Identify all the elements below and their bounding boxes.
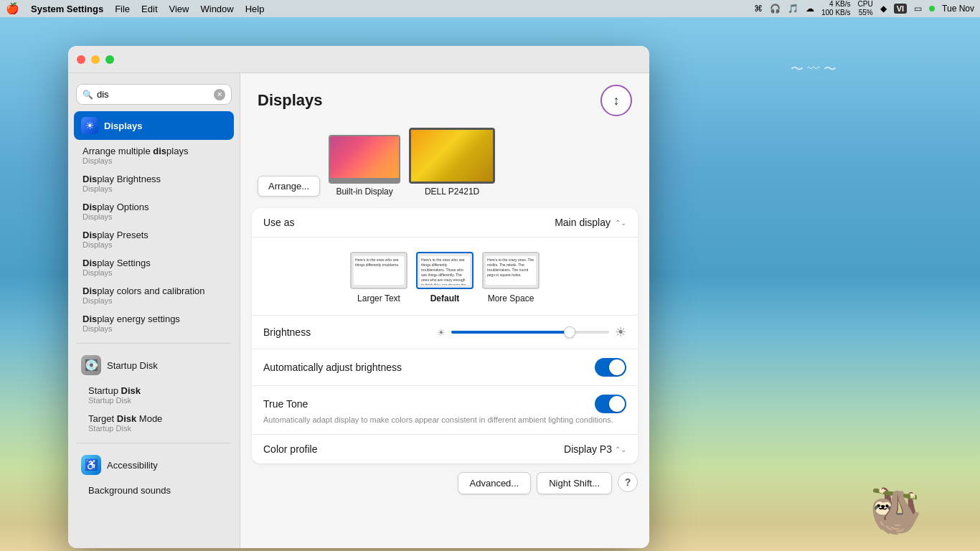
advanced-button[interactable]: Advanced... [458,472,532,494]
sidebar-item-displays[interactable]: ☀ Displays [74,111,234,140]
true-tone-row: True Tone Automatically adapt display to… [252,386,638,435]
sun-small-icon: ☀ [437,327,446,338]
datetime: Tue Nov [942,4,974,14]
displays-label: Displays [104,121,142,131]
birds-decoration: 〜 〰 〜 [791,60,837,77]
color-profile-value: Display P3 [564,443,612,455]
use-as-value[interactable]: Main display ⌃⌄ [555,217,626,228]
color-profile-select[interactable]: Display P3 ⌃⌄ [564,443,626,455]
startup-disk-icon: 💽 [81,355,101,375]
subitem-brightness-title: Display Brightness [83,174,228,184]
res-option-more-space[interactable]: Here's to the crazy ones. The misfits. T… [482,252,540,303]
sidebar-subitem-brightness[interactable]: Display Brightness Displays [68,169,240,197]
headphones-icon: 🎧 [770,4,781,14]
kb-icon: ⌘ [754,4,763,14]
startup-disk-label: Startup Disk [107,360,158,371]
subitem-colors-category: Displays [83,296,228,305]
brightness-row: Brightness ☀ ☀ [252,316,638,349]
window-content: 🔍 ✕ ☀ Displays Arrange multiple displays… [68,73,649,548]
main-header: Displays ↕ [240,73,649,122]
dropbox-icon: ◆ [880,4,887,14]
apple-menu[interactable]: 🍎 [6,2,19,15]
res-preview-text-default: Here's to the ones who see things differ… [421,258,468,286]
sidebar-subitem-colors[interactable]: Display colors and calibration Displays [68,281,240,309]
res-option-default[interactable]: Here's to the ones who see things differ… [416,252,473,303]
search-input[interactable] [77,85,231,104]
app-name[interactable]: System Settings [31,4,103,14]
sidebar-subitem-options[interactable]: Display Options Displays [68,197,240,225]
res-preview-text-more: Here's to the crazy ones. The misfits. T… [487,258,534,278]
sidebar-item-startup-disk[interactable]: 💽 Startup Disk [74,349,234,381]
res-option-larger-text[interactable]: Here's to the ones who see things differ… [350,252,407,303]
cpu-info: CPU 55% [858,0,873,17]
close-button[interactable] [77,55,85,64]
brightness-thumb[interactable] [564,326,575,338]
subitem-settings-title: Display Settings [83,258,228,268]
menu-window[interactable]: Window [200,4,233,14]
sidebar-item-accessibility[interactable]: ♿ Accessibility [74,449,234,481]
menu-file[interactable]: File [115,4,130,14]
color-profile-chevron-icon: ⌃⌄ [615,446,626,453]
sidebar-subitem-presets[interactable]: Display Presets Displays [68,225,240,253]
external-display-label: DELL P2421D [425,187,479,197]
displays-row: Arrange... Built-in Display DELL P2421D [240,122,649,208]
menu-extras-icon: ▭ [914,4,922,14]
sidebar-divider-2 [77,443,231,443]
system-settings-window: 🔍 ✕ ☀ Displays Arrange multiple displays… [68,46,649,548]
night-shift-button[interactable]: Night Shift... [537,472,612,494]
accessibility-label: Accessibility [107,460,158,471]
vi-badge: VI [894,4,907,14]
sidebar-subitem-target-disk[interactable]: Target Disk Mode Startup Disk [74,409,234,437]
res-label-larger-text: Larger Text [357,293,400,303]
true-tone-toggle[interactable] [595,395,626,413]
use-as-text: Main display [555,217,611,228]
sidebar-subitem-background-sounds[interactable]: Background sounds [74,481,234,500]
help-button[interactable]: ? [618,472,638,492]
subitem-arrange-title: Arrange multiple displays [83,146,228,156]
res-label-default: Default [430,293,460,303]
true-tone-header: True Tone [263,395,626,413]
sidebar-subitem-settings[interactable]: Display Settings Displays [68,253,240,281]
builtin-display-screen [329,135,400,184]
subitem-colors-title: Display colors and calibration [83,286,228,296]
main-content: Displays ↕ Arrange... Built-in Display [240,73,649,548]
subitem-background-sounds-title: Background sounds [88,485,222,496]
sloth-decoration: 🦥 [869,486,923,537]
sidebar-subitem-energy[interactable]: Display energy settings Displays [68,309,240,337]
page-title: Displays [258,91,323,110]
brightness-slider[interactable] [451,331,609,334]
auto-brightness-label: Automatically adjust brightness [263,362,402,373]
accessibility-icon: ♿ [81,455,101,475]
search-clear-button[interactable]: ✕ [214,89,225,100]
builtin-display-image [330,136,399,178]
search-icon: 🔍 [83,90,93,100]
res-preview-text-larger: Here's to the ones who see things differ… [355,258,402,268]
subitem-startup-disk-title: Startup Disk [88,385,222,396]
minimize-button[interactable] [91,55,100,64]
subitem-target-disk-category: Startup Disk [88,424,222,433]
builtin-display-label: Built-in Display [336,187,392,197]
menu-help[interactable]: Help [245,4,265,14]
subitem-target-disk-title: Target Disk Mode [88,413,222,424]
mirror-display-button[interactable]: ↕ [600,85,632,116]
sidebar-subitem-arrange[interactable]: Arrange multiple displays Displays [68,141,240,169]
display-thumb-external[interactable]: DELL P2421D [409,128,495,197]
desktop: 〜 〰 〜 🔍 ✕ ☀ Displays [0,17,980,551]
external-display-screen [409,128,495,184]
res-preview-inner-larger: Here's to the ones who see things differ… [354,256,404,286]
maximize-button[interactable] [105,55,114,64]
display-thumb-builtin[interactable]: Built-in Display [329,135,400,197]
auto-brightness-toggle[interactable] [595,358,626,377]
res-preview-inner-more: Here's to the crazy ones. The misfits. T… [486,256,536,286]
sidebar-section-accessibility: ♿ Accessibility Background sounds [74,449,234,500]
menubar-left: 🍎 System Settings File Edit View Window … [6,2,264,15]
subitem-startup-disk-category: Startup Disk [88,396,222,405]
subitem-energy-title: Display energy settings [83,314,228,324]
menu-edit[interactable]: Edit [141,4,157,14]
menubar-right: ⌘ 🎧 🎵 ☁ 4 KB/s 100 KB/s CPU 55% ◆ VI ▭ T… [754,0,974,17]
bottom-buttons: Advanced... Night Shift... ? [240,463,649,503]
sidebar-subitem-startup-disk[interactable]: Startup Disk Startup Disk [74,381,234,409]
menu-view[interactable]: View [169,4,189,14]
arrange-button[interactable]: Arrange... [258,176,320,197]
discord-icon: 🎵 [788,4,798,14]
